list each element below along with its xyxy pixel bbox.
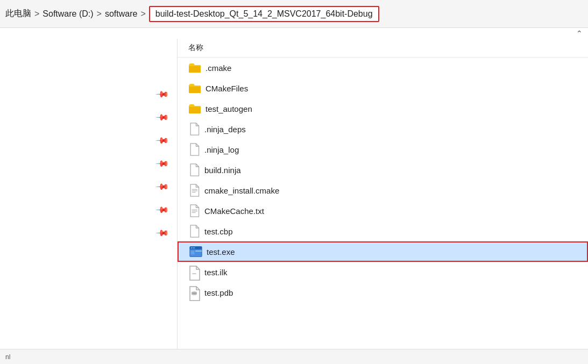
sidebar-pin-row-6: 📌	[0, 197, 177, 220]
breadcrumb-build-folder[interactable]: build-test-Desktop_Qt_5_14_2_MSVC2017_64…	[149, 6, 379, 22]
file-name: test.pdb	[204, 288, 233, 297]
file-text-icon	[188, 204, 200, 217]
svg-rect-8	[191, 247, 193, 248]
list-item[interactable]: test.cbp	[178, 221, 588, 241]
pin-icon-3[interactable]: 📌	[155, 133, 169, 146]
sidebar-pin-row-1: 📌	[0, 82, 177, 105]
file-name: .ninja_deps	[204, 125, 246, 134]
breadcrumb-up-area: ⌃	[0, 28, 588, 39]
pin-icon-2[interactable]: 📌	[155, 110, 169, 123]
svg-rect-9	[193, 247, 195, 248]
list-item[interactable]: .cmake	[178, 58, 588, 78]
file-name: test.cbp	[204, 227, 233, 236]
list-item[interactable]: .ninja_log	[178, 139, 588, 160]
svg-rect-11	[191, 251, 195, 254]
sidebar: 📌 📌 📌 📌 📌 📌 📌	[0, 39, 178, 349]
pin-icon-5[interactable]: 📌	[155, 179, 169, 192]
list-item[interactable]: test.ilk	[178, 262, 588, 282]
file-name: CMakeFiles	[206, 84, 248, 93]
pin-icon-6[interactable]: 📌	[155, 202, 169, 216]
main-area: 📌 📌 📌 📌 📌 📌 📌 名称	[0, 39, 588, 349]
pin-icon-4[interactable]: 📌	[155, 156, 169, 169]
breadcrumb-sep-3: >	[140, 9, 145, 19]
list-item-test-exe[interactable]: test.exe	[178, 241, 588, 262]
list-item[interactable]: .ninja_deps	[178, 119, 588, 139]
breadcrumb-software-d[interactable]: Software (D:)	[42, 9, 93, 19]
sidebar-pin-row-5: 📌	[0, 174, 177, 197]
file-icon	[188, 225, 200, 238]
folder-icon	[188, 83, 201, 94]
file-name: test.exe	[207, 247, 235, 256]
sidebar-pin-row-4: 📌	[0, 151, 177, 174]
file-name: build.ninja	[204, 166, 241, 175]
up-arrow-icon[interactable]: ⌃	[576, 29, 583, 38]
svg-rect-10	[195, 251, 202, 251]
exe-icon	[189, 245, 202, 258]
list-item[interactable]: build.ninja	[178, 160, 588, 180]
file-name: test.ilk	[204, 268, 228, 277]
list-item[interactable]: CMakeCache.txt	[178, 201, 588, 221]
file-name: .ninja_log	[204, 145, 239, 154]
pin-icon-7[interactable]: 📌	[155, 225, 169, 239]
breadcrumb-thispc[interactable]: 此电脑	[5, 8, 31, 19]
svg-rect-13	[192, 273, 196, 274]
ilk-icon	[188, 266, 200, 279]
bottom-bar-text: nl	[5, 353, 10, 361]
file-name: test_autogen	[206, 104, 252, 113]
file-name: .cmake	[206, 63, 231, 73]
window: 此电脑 > Software (D:) > software > build-t…	[0, 0, 588, 364]
sidebar-pin-row-2: 📌	[0, 105, 177, 128]
sidebar-pin-row-7: 📌	[0, 220, 177, 244]
column-header-name: 名称	[178, 39, 588, 58]
file-icon	[188, 163, 200, 176]
sidebar-pin-row-3: 📌	[0, 128, 177, 151]
pdb-icon	[188, 286, 200, 299]
bottom-bar: nl	[0, 349, 588, 364]
list-item[interactable]: CMakeFiles	[178, 78, 588, 98]
file-text-icon	[188, 184, 200, 197]
breadcrumb-sep-1: >	[34, 9, 39, 19]
list-item[interactable]: test_autogen	[178, 98, 588, 119]
breadcrumb-sep-2: >	[97, 9, 102, 19]
file-list: 名称 .cmake CMake	[178, 39, 588, 349]
folder-icon	[188, 103, 201, 114]
svg-point-16	[192, 293, 197, 295]
file-icon	[188, 123, 200, 135]
folder-icon	[188, 62, 201, 73]
address-bar: 此电脑 > Software (D:) > software > build-t…	[0, 0, 588, 28]
breadcrumb-software[interactable]: software	[105, 9, 137, 19]
list-item[interactable]: test.pdb	[178, 282, 588, 303]
list-item[interactable]: cmake_install.cmake	[178, 180, 588, 201]
file-name: cmake_install.cmake	[204, 186, 279, 195]
pin-icon-1[interactable]: 📌	[155, 87, 169, 100]
file-icon	[188, 143, 200, 156]
file-name: CMakeCache.txt	[204, 206, 264, 216]
